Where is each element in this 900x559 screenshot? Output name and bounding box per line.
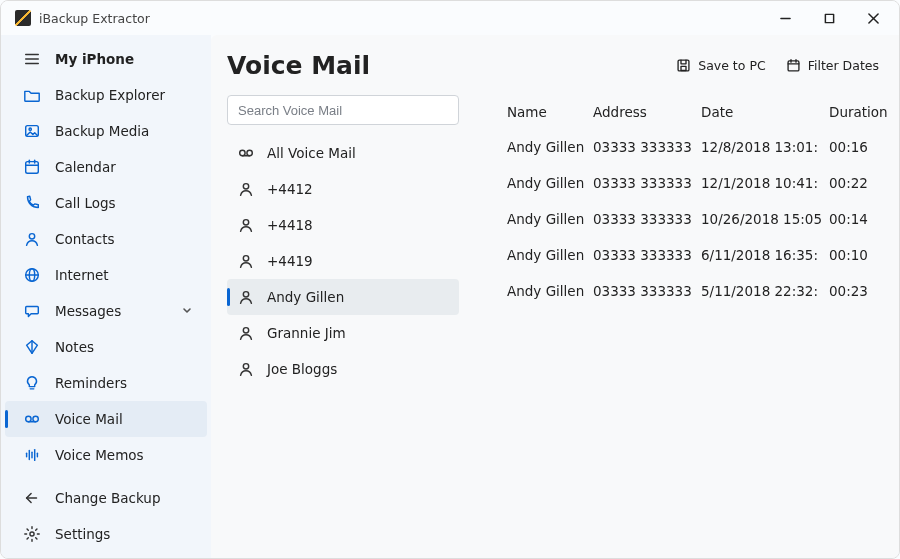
col-name[interactable]: Name xyxy=(507,104,593,120)
svg-rect-1 xyxy=(825,14,833,22)
sidebar-item-label: Backup Media xyxy=(55,123,193,139)
sidebar-item-reminders[interactable]: Reminders xyxy=(5,365,207,401)
person-icon xyxy=(237,324,255,342)
filter-item-label: All Voice Mail xyxy=(267,145,356,161)
window-minimize-button[interactable] xyxy=(763,3,807,33)
sidebar-item-label: Calendar xyxy=(55,159,193,175)
filter-item[interactable]: +4418 xyxy=(227,207,459,243)
phone-icon xyxy=(23,194,41,212)
sidebar-item-label: Backup Explorer xyxy=(55,87,193,103)
person-icon xyxy=(23,230,41,248)
sidebar-item-call-logs[interactable]: Call Logs xyxy=(5,185,207,221)
table-row[interactable]: Andy Gillen 03333 333333 10/26/2018 15:0… xyxy=(475,201,889,237)
sidebar-item-messages[interactable]: Messages xyxy=(5,293,207,329)
table-row[interactable]: Andy Gillen 03333 333333 6/11/2018 16:35… xyxy=(475,237,889,273)
sidebar-item-label: Contacts xyxy=(55,231,193,247)
table-row[interactable]: Andy Gillen 03333 333333 5/11/2018 22:32… xyxy=(475,273,889,309)
sidebar-item-calendar[interactable]: Calendar xyxy=(5,149,207,185)
page-title: Voice Mail xyxy=(227,51,666,80)
lightbulb-icon xyxy=(23,374,41,392)
person-icon xyxy=(237,288,255,306)
voicemail-table: Name Address Date Duration Andy Gillen 0… xyxy=(475,91,889,548)
svg-point-43 xyxy=(243,364,248,369)
person-icon xyxy=(237,360,255,378)
sidebar-header[interactable]: My iPhone xyxy=(5,41,207,77)
window-close-button[interactable] xyxy=(851,3,895,33)
voicemail-icon xyxy=(23,410,41,428)
filter-list: All Voice Mail +4412 +4418 +4419 xyxy=(227,135,459,387)
svg-point-8 xyxy=(29,128,31,130)
sidebar-item-label: Notes xyxy=(55,339,193,355)
cell-address: 03333 333333 xyxy=(593,247,701,263)
svg-rect-29 xyxy=(678,60,689,71)
svg-rect-30 xyxy=(681,66,686,70)
sidebar-item-change-backup[interactable]: Change Backup xyxy=(5,480,207,516)
col-date[interactable]: Date xyxy=(701,104,829,120)
person-icon xyxy=(237,216,255,234)
svg-point-40 xyxy=(243,256,248,261)
minimize-icon xyxy=(780,13,791,24)
table-row[interactable]: Andy Gillen 03333 333333 12/8/2018 13:01… xyxy=(475,129,889,165)
person-icon xyxy=(237,252,255,270)
filter-item[interactable]: Grannie Jim xyxy=(227,315,459,351)
cell-duration: 00:22 xyxy=(829,175,889,191)
cell-name: Andy Gillen xyxy=(507,139,593,155)
filter-item-all[interactable]: All Voice Mail xyxy=(227,135,459,171)
save-to-pc-label: Save to PC xyxy=(698,58,765,73)
col-duration[interactable]: Duration xyxy=(829,104,889,120)
person-icon xyxy=(237,180,255,198)
sidebar-item-label: Settings xyxy=(55,526,193,542)
col-address[interactable]: Address xyxy=(593,104,701,120)
cell-duration: 00:10 xyxy=(829,247,889,263)
svg-point-36 xyxy=(247,150,252,155)
sidebar-item-settings[interactable]: Settings xyxy=(5,516,207,552)
filter-item[interactable]: Joe Bloggs xyxy=(227,351,459,387)
sidebar-item-backup-media[interactable]: Backup Media xyxy=(5,113,207,149)
sidebar-item-notes[interactable]: Notes xyxy=(5,329,207,365)
filter-item-label: +4412 xyxy=(267,181,313,197)
sidebar-item-label: Internet xyxy=(55,267,193,283)
sidebar-item-internet[interactable]: Internet xyxy=(5,257,207,293)
app-icon xyxy=(15,10,31,26)
titlebar: iBackup Extractor xyxy=(1,1,899,35)
cell-address: 03333 333333 xyxy=(593,175,701,191)
filter-item[interactable]: +4412 xyxy=(227,171,459,207)
cell-name: Andy Gillen xyxy=(507,211,593,227)
filter-item-label: Grannie Jim xyxy=(267,325,346,341)
filter-item-selected[interactable]: Andy Gillen xyxy=(227,279,459,315)
sidebar-item-voice-memos[interactable]: Voice Memos xyxy=(5,437,207,473)
cell-name: Andy Gillen xyxy=(507,247,593,263)
cell-address: 03333 333333 xyxy=(593,283,701,299)
close-icon xyxy=(868,13,879,24)
sidebar-item-contacts[interactable]: Contacts xyxy=(5,221,207,257)
sidebar-item-voice-mail[interactable]: Voice Mail xyxy=(5,401,207,437)
cell-date: 6/11/2018 16:35: xyxy=(701,247,829,263)
filter-item[interactable]: +4419 xyxy=(227,243,459,279)
sidebar-item-label: Change Backup xyxy=(55,490,193,506)
sidebar-item-label: Reminders xyxy=(55,375,193,391)
waveform-icon xyxy=(23,446,41,464)
svg-point-28 xyxy=(30,532,34,536)
cell-date: 12/8/2018 13:01: xyxy=(701,139,829,155)
filter-item-label: Joe Bloggs xyxy=(267,361,337,377)
filter-dates-button[interactable]: Filter Dates xyxy=(776,52,889,79)
svg-point-19 xyxy=(26,416,31,421)
hamburger-icon xyxy=(23,50,41,68)
cell-address: 03333 333333 xyxy=(593,139,701,155)
sidebar-item-backup-explorer[interactable]: Backup Explorer xyxy=(5,77,207,113)
search-input[interactable] xyxy=(227,95,459,125)
svg-point-35 xyxy=(240,150,245,155)
window-maximize-button[interactable] xyxy=(807,3,851,33)
cell-date: 12/1/2018 10:41: xyxy=(701,175,829,191)
save-to-pc-button[interactable]: Save to PC xyxy=(666,52,775,79)
table-row[interactable]: Andy Gillen 03333 333333 12/1/2018 10:41… xyxy=(475,165,889,201)
voicemail-icon xyxy=(237,144,255,162)
main-header: Voice Mail Save to PC Filter Dates xyxy=(227,43,889,87)
filter-item-label: +4419 xyxy=(267,253,313,269)
filter-column: All Voice Mail +4412 +4418 +4419 xyxy=(227,91,459,548)
svg-point-42 xyxy=(243,328,248,333)
cell-address: 03333 333333 xyxy=(593,211,701,227)
chat-icon xyxy=(23,302,41,320)
sidebar-item-label: Voice Memos xyxy=(55,447,193,463)
cell-date: 10/26/2018 15:05 xyxy=(701,211,829,227)
